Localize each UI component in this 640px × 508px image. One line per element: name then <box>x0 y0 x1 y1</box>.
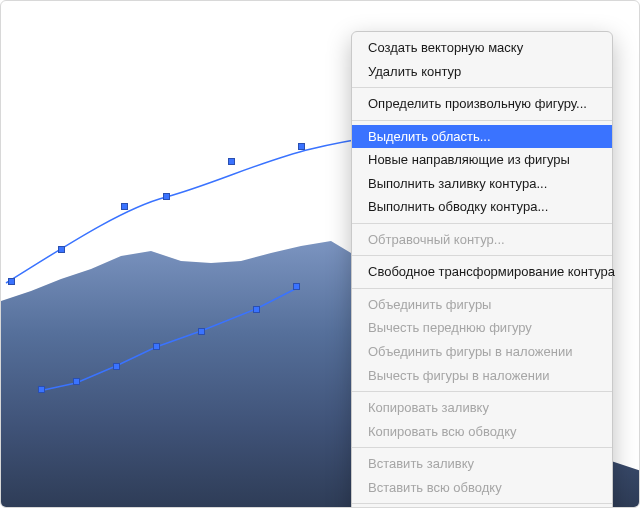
menu-item[interactable]: Выполнить обводку контура... <box>352 195 612 219</box>
path-anchor[interactable] <box>253 306 260 313</box>
menu-item: Вычесть фигуры в наложении <box>352 364 612 388</box>
menu-item: Копировать заливку <box>352 396 612 420</box>
menu-item: Вставить всю обводку <box>352 476 612 500</box>
path-anchor[interactable] <box>121 203 128 210</box>
menu-item[interactable]: Создать векторную маску <box>352 36 612 60</box>
path-anchor[interactable] <box>8 278 15 285</box>
canvas-stage: Создать векторную маскуУдалить контурОпр… <box>0 0 640 508</box>
menu-separator <box>352 503 612 504</box>
menu-separator <box>352 223 612 224</box>
path-anchor[interactable] <box>38 386 45 393</box>
menu-item[interactable]: Новые направляющие из фигуры <box>352 148 612 172</box>
path-anchor[interactable] <box>198 328 205 335</box>
path-anchor[interactable] <box>228 158 235 165</box>
path-anchor[interactable] <box>73 378 80 385</box>
path-anchor[interactable] <box>58 246 65 253</box>
path-context-menu[interactable]: Создать векторную маскуУдалить контурОпр… <box>351 31 613 508</box>
path-anchor[interactable] <box>113 363 120 370</box>
menu-item: Объединить фигуры <box>352 293 612 317</box>
menu-separator <box>352 288 612 289</box>
menu-separator <box>352 255 612 256</box>
menu-item: Обтравочный контур... <box>352 228 612 252</box>
menu-separator <box>352 391 612 392</box>
menu-separator <box>352 447 612 448</box>
menu-separator <box>352 87 612 88</box>
menu-item: Вставить заливку <box>352 452 612 476</box>
menu-item[interactable]: Свободное трансформирование контура <box>352 260 612 284</box>
menu-separator <box>352 120 612 121</box>
menu-item[interactable]: Выделить область... <box>352 125 612 149</box>
path-anchor[interactable] <box>163 193 170 200</box>
path-anchor[interactable] <box>153 343 160 350</box>
path-anchor[interactable] <box>298 143 305 150</box>
path-anchor[interactable] <box>293 283 300 290</box>
menu-item[interactable]: Определить произвольную фигуру... <box>352 92 612 116</box>
menu-item: Копировать всю обводку <box>352 420 612 444</box>
menu-item[interactable]: Удалить контур <box>352 60 612 84</box>
menu-item: Объединить фигуры в наложении <box>352 340 612 364</box>
menu-item: Вычесть переднюю фигуру <box>352 316 612 340</box>
menu-item[interactable]: Выполнить заливку контура... <box>352 172 612 196</box>
